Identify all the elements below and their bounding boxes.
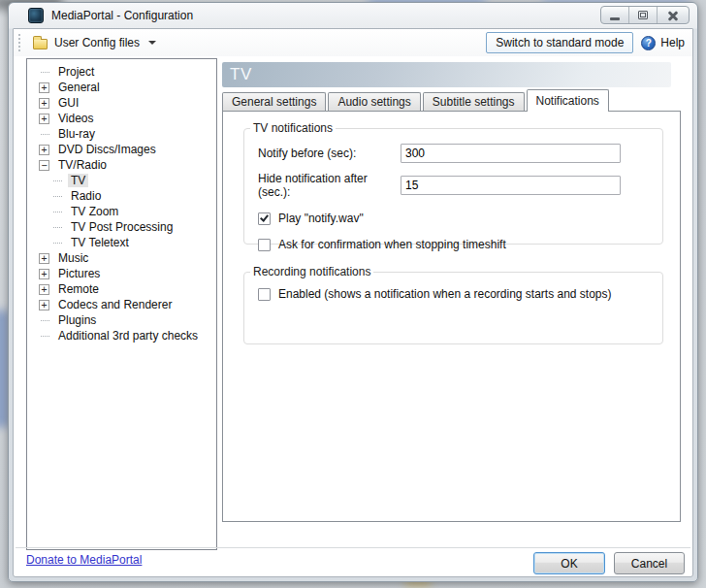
notifications-tab-panel: TV notifications Notify before (sec): Hi…	[222, 111, 681, 522]
tree-expander-icon[interactable]	[51, 222, 62, 233]
toolbar-right: Switch to standard mode ? Help	[486, 32, 685, 53]
tree-item[interactable]: Plugins	[27, 312, 216, 328]
ask-confirm-checkbox[interactable]	[258, 239, 271, 251]
hide-after-label: Hide notification after (sec.):	[258, 172, 401, 199]
tree-expander-icon[interactable]	[51, 207, 62, 217]
minimize-icon	[610, 17, 620, 20]
switch-mode-button[interactable]: Switch to standard mode	[486, 32, 633, 53]
tree-expander-icon[interactable]	[51, 176, 62, 186]
tree-item-label: TV Teletext	[68, 236, 132, 249]
tree-item[interactable]: + DVD Discs/Images	[27, 142, 216, 157]
tree-item[interactable]: Project	[27, 64, 216, 80]
recording-enabled-row[interactable]: Enabled (shows a notification when a rec…	[258, 287, 662, 301]
maximize-button[interactable]	[629, 7, 658, 23]
tree-item-label: TV	[68, 174, 88, 187]
toolbar: User Config files Switch to standard mod…	[14, 29, 692, 56]
tree-expander-icon[interactable]: +	[39, 269, 49, 279]
play-wav-row[interactable]: Play "notify.wav"	[258, 212, 662, 225]
section-title: TV	[222, 65, 252, 84]
app-icon	[28, 8, 44, 23]
close-button[interactable]	[658, 7, 689, 23]
tree-expander-icon[interactable]	[51, 238, 62, 248]
tree-expander-icon[interactable]: +	[39, 253, 49, 264]
tree-item[interactable]: + General	[27, 80, 216, 95]
recording-notifications-group: Recording notifications Enabled (shows a…	[243, 265, 663, 344]
config-files-dropdown[interactable]: User Config files	[28, 33, 161, 52]
tab[interactable]: General settings	[222, 92, 326, 112]
cancel-button[interactable]: Cancel	[614, 552, 685, 574]
tree-item-label: GUI	[55, 96, 81, 110]
tree-item[interactable]: Blu-ray	[27, 126, 216, 142]
chevron-down-icon	[148, 41, 156, 45]
tree-item-label: Pictures	[55, 267, 103, 280]
maximize-icon	[638, 11, 648, 19]
tab[interactable]: Subtitle settings	[423, 92, 525, 112]
tree-item-label: TV/Radio	[55, 158, 110, 172]
notify-before-label: Notify before (sec):	[258, 147, 401, 160]
window-controls	[600, 6, 690, 24]
tree-item-label: Project	[55, 65, 97, 79]
ask-confirm-row[interactable]: Ask for confirmation when stopping times…	[258, 238, 662, 251]
tree-item[interactable]: TV Zoom	[27, 204, 216, 219]
help-icon: ?	[641, 36, 656, 50]
tree-item[interactable]: TV	[27, 173, 216, 188]
help-button[interactable]: ? Help	[641, 36, 685, 50]
recording-notifications-legend: Recording notifications	[250, 265, 373, 278]
desktop-background: MediaPortal - Configuration User Config …	[0, 0, 706, 588]
tree-item[interactable]: Additional 3rd party checks	[27, 328, 216, 343]
tree-item[interactable]: Radio	[27, 188, 216, 204]
recording-enabled-checkbox[interactable]	[258, 288, 271, 301]
hide-after-input[interactable]	[401, 176, 621, 195]
tree-expander-icon[interactable]	[51, 191, 62, 202]
tree-item[interactable]: + Codecs and Renderer	[27, 297, 216, 312]
notify-before-input[interactable]	[401, 144, 621, 163]
tree-expander-icon[interactable]: +	[39, 300, 49, 310]
tree-item[interactable]: + GUI	[27, 95, 216, 111]
play-wav-label: Play "notify.wav"	[278, 212, 364, 225]
tree-item-label: Plugins	[55, 313, 99, 327]
footer-divider	[16, 547, 690, 548]
tab[interactable]: Audio settings	[328, 92, 420, 112]
tree-item[interactable]: + Videos	[27, 111, 216, 126]
donate-link[interactable]: Donate to MediaPortal	[26, 553, 142, 567]
tree-item[interactable]: − TV/Radio	[27, 157, 216, 173]
tree-expander-icon[interactable]	[39, 315, 49, 326]
tree-expander-icon[interactable]	[39, 331, 49, 342]
ok-button[interactable]: OK	[533, 552, 605, 574]
tree-item-label: DVD Discs/Images	[55, 143, 159, 156]
tree-item[interactable]: + Remote	[27, 281, 216, 297]
tree-item-label: Remote	[55, 282, 102, 296]
tree-expander-icon[interactable]	[39, 67, 49, 78]
close-icon	[667, 10, 679, 21]
hide-after-row: Hide notification after (sec.):	[258, 172, 662, 199]
tree-item[interactable]: TV Post Processing	[27, 219, 216, 235]
tree-expander-icon[interactable]: +	[39, 114, 49, 124]
tree-item[interactable]: + Pictures	[27, 266, 216, 281]
tv-notifications-group: TV notifications Notify before (sec): Hi…	[243, 121, 663, 245]
section-header: TV	[222, 62, 671, 87]
minimize-button[interactable]	[601, 7, 629, 23]
tree-expander-icon[interactable]: +	[39, 98, 49, 109]
help-label: Help	[660, 36, 685, 49]
tree-expander-icon[interactable]: +	[39, 82, 49, 93]
tree-item[interactable]: + Music	[27, 250, 216, 266]
tab[interactable]: Notifications	[527, 89, 609, 112]
config-tree: Project + General + GUI + Videos	[26, 58, 217, 550]
ask-confirm-label: Ask for confirmation when stopping times…	[278, 238, 506, 251]
notify-before-row: Notify before (sec):	[258, 144, 662, 163]
tree-item-label: Videos	[55, 112, 96, 125]
tree-expander-icon[interactable]	[39, 129, 49, 140]
tree-item[interactable]: TV Teletext	[27, 235, 216, 250]
tree-expander-icon[interactable]: −	[39, 160, 49, 171]
titlebar[interactable]: MediaPortal - Configuration	[9, 3, 697, 28]
tree-item-label: Additional 3rd party checks	[55, 329, 201, 343]
tree-expander-icon[interactable]: +	[39, 284, 49, 295]
tab-strip: General settings Audio settings Subtitle…	[222, 89, 611, 112]
tree-expander-icon[interactable]: +	[39, 145, 49, 155]
toolbar-grip[interactable]	[18, 34, 21, 51]
tree-item-label: General	[55, 81, 103, 94]
tv-notifications-legend: TV notifications	[250, 121, 336, 135]
play-wav-checkbox[interactable]	[258, 212, 271, 225]
tree-item-label: TV Zoom	[68, 205, 121, 218]
recording-enabled-label: Enabled (shows a notification when a rec…	[278, 287, 612, 301]
